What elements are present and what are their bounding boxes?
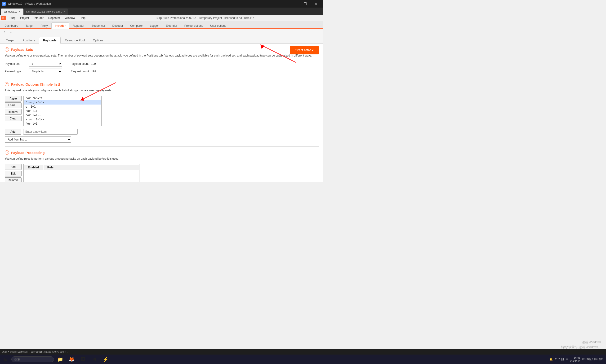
list-item[interactable]: ')or('a'='a bbox=[24, 100, 101, 104]
add-from-list-select[interactable]: Add from list ... bbox=[5, 136, 71, 143]
processing-tbody bbox=[24, 171, 139, 182]
close-button[interactable]: ✕ bbox=[310, 0, 322, 8]
payload-set-label: Payload set: bbox=[5, 62, 26, 65]
col-enabled: Enabled bbox=[24, 165, 43, 170]
payload-sets-help-icon[interactable]: ? bbox=[5, 47, 9, 52]
payload-options-help-icon[interactable]: ? bbox=[5, 82, 9, 86]
payload-type-row: Payload type: Simple list Request count:… bbox=[5, 69, 319, 74]
payload-processing-help-icon[interactable]: ? bbox=[5, 150, 9, 155]
list-item[interactable]: 'or 1=1-- bbox=[24, 109, 101, 113]
processing-container: Add Edit Remove Up Enabled Rule bbox=[5, 164, 319, 182]
payload-processing-desc: You can define rules to perform various … bbox=[5, 156, 319, 161]
nav-tab-sequencer[interactable]: Sequencer bbox=[88, 23, 109, 29]
list-item[interactable]: a'or' 1=1-- bbox=[24, 117, 101, 122]
browser-tabs: Windows10 ✕ kali-linux-2022.1-vmware-am.… bbox=[0, 8, 323, 15]
list-item[interactable]: "or "a"="a bbox=[24, 96, 101, 100]
add-item-row: Add bbox=[5, 129, 319, 135]
payload-type-select[interactable]: Simple list bbox=[29, 69, 62, 74]
nav-tab-proxy[interactable]: Proxy bbox=[37, 23, 51, 29]
intruder-tab-num: 5 bbox=[2, 30, 7, 34]
payload-options-desc: This payload type lets you configure a s… bbox=[5, 88, 319, 92]
sub-tab-resource-pool[interactable]: Resource Pool bbox=[61, 37, 89, 43]
minimize-button[interactable]: ─ bbox=[289, 0, 300, 8]
processing-remove-button[interactable]: Remove bbox=[5, 177, 22, 182]
paste-button[interactable]: Paste bbox=[5, 96, 22, 102]
list-action-buttons: Paste Load ... Remove Clear bbox=[5, 96, 22, 121]
menu-window[interactable]: Window bbox=[62, 15, 77, 21]
col-rule: Rule bbox=[43, 165, 139, 170]
intruder-tab-dots: ... bbox=[8, 30, 14, 34]
nav-tab-comparer[interactable]: Comparer bbox=[127, 23, 146, 29]
tab-close-icon[interactable]: ✕ bbox=[63, 10, 65, 13]
sub-tab-target[interactable]: Target bbox=[2, 37, 18, 43]
browser-tab-windows10[interactable]: Windows10 ✕ bbox=[1, 9, 23, 15]
nav-tab-user-options[interactable]: User options bbox=[207, 23, 230, 29]
load-button[interactable]: Load ... bbox=[5, 103, 22, 108]
window-title: Windows10 - VMware Workstation bbox=[8, 2, 287, 5]
payload-sets-desc: You can define one or more payload sets.… bbox=[5, 53, 319, 58]
menu-burp[interactable]: Burp bbox=[7, 15, 18, 21]
payload-type-label: Payload type: bbox=[5, 70, 26, 73]
processing-table: Enabled Rule bbox=[23, 164, 139, 182]
nav-tab-target[interactable]: Target bbox=[22, 23, 37, 29]
tab-label: kali-linux-2022.1-vmware-am... bbox=[26, 10, 62, 13]
nav-tab-intruder[interactable]: Intruder bbox=[51, 23, 69, 29]
nav-tab-decoder[interactable]: Decoder bbox=[109, 23, 127, 29]
nav-tab-extender[interactable]: Extender bbox=[162, 23, 181, 29]
restore-button[interactable]: ❐ bbox=[300, 0, 310, 8]
payload-processing-header: ? Payload Processing bbox=[5, 150, 319, 155]
divider-2 bbox=[5, 146, 319, 147]
nav-tab-dashboard[interactable]: Dashboard bbox=[1, 23, 22, 29]
menu-intruder[interactable]: Intruder bbox=[31, 15, 46, 21]
menu-repeater[interactable]: Repeater bbox=[46, 15, 62, 21]
menubar: B Burp Project Intruder Repeater Window … bbox=[0, 15, 323, 21]
main-nav-tabs: Dashboard Target Proxy Intruder Repeater… bbox=[0, 21, 323, 29]
tab-close-icon[interactable]: ✕ bbox=[19, 10, 21, 13]
app-title: Burp Suite Professional v2021.6 - Tempor… bbox=[88, 16, 323, 20]
divider-1 bbox=[5, 78, 319, 78]
sub-tabs: Target Positions Payloads Resource Pool … bbox=[0, 35, 323, 43]
window-titlebar: W Windows10 - VMware Workstation ─ ❐ ✕ bbox=[0, 0, 323, 8]
payload-sets-title: Payload Sets bbox=[11, 48, 33, 52]
tab-label: Windows10 bbox=[4, 10, 17, 13]
sub-tab-positions[interactable]: Positions bbox=[18, 37, 39, 43]
menu-project[interactable]: Project bbox=[18, 15, 31, 21]
list-item[interactable]: 'or 1=1-- bbox=[24, 113, 101, 117]
menu-help[interactable]: Help bbox=[77, 15, 88, 21]
processing-edit-button[interactable]: Edit bbox=[5, 171, 22, 176]
sub-tab-payloads[interactable]: Payloads bbox=[39, 37, 61, 43]
processing-add-button[interactable]: Add bbox=[5, 164, 22, 170]
list-item[interactable]: "or 1=1-- bbox=[24, 122, 101, 126]
payload-processing-title: Payload Processing bbox=[11, 151, 45, 155]
payload-sets-header: ? Payload Sets bbox=[5, 47, 319, 52]
table-row bbox=[24, 171, 139, 182]
list-item[interactable]: or 1=1-- bbox=[24, 104, 101, 109]
payload-list-container: Paste Load ... Remove Clear "or "a"="a '… bbox=[5, 96, 319, 126]
nav-tab-repeater[interactable]: Repeater bbox=[69, 23, 88, 29]
add-from-list-row: Add from list ... bbox=[5, 136, 319, 143]
nav-tab-logger[interactable]: Logger bbox=[146, 23, 162, 29]
burp-logo: B bbox=[1, 16, 6, 20]
request-count-label: Request count: 199 bbox=[70, 70, 96, 73]
vm-icon: W bbox=[2, 2, 6, 6]
browser-tab-kali[interactable]: kali-linux-2022.1-vmware-am... ✕ bbox=[23, 9, 68, 15]
add-button[interactable]: Add bbox=[5, 129, 21, 135]
clear-button[interactable]: Clear bbox=[5, 116, 22, 121]
nav-tab-project-options[interactable]: Project options bbox=[181, 23, 207, 29]
payload-list[interactable]: "or "a"="a ')or('a'='a or 1=1-- 'or 1=1-… bbox=[23, 96, 102, 126]
payload-count-label: Payload count: 199 bbox=[70, 62, 96, 65]
main-content: Start attack ? Payload Sets You can defi… bbox=[0, 43, 323, 182]
window-controls: ─ ❐ ✕ bbox=[289, 0, 322, 8]
start-attack-button[interactable]: Start attack bbox=[290, 46, 319, 54]
remove-button[interactable]: Remove bbox=[5, 109, 22, 115]
payload-options-title: Payload Options [Simple list] bbox=[11, 82, 60, 86]
payload-set-row: Payload set: 1 Payload count: 199 bbox=[5, 61, 319, 67]
payload-options-header: ? Payload Options [Simple list] bbox=[5, 82, 319, 86]
processing-buttons: Add Edit Remove Up bbox=[5, 164, 22, 182]
add-item-input[interactable] bbox=[23, 129, 78, 135]
payload-set-select[interactable]: 1 bbox=[29, 61, 62, 67]
sub-tab-options[interactable]: Options bbox=[89, 37, 108, 43]
